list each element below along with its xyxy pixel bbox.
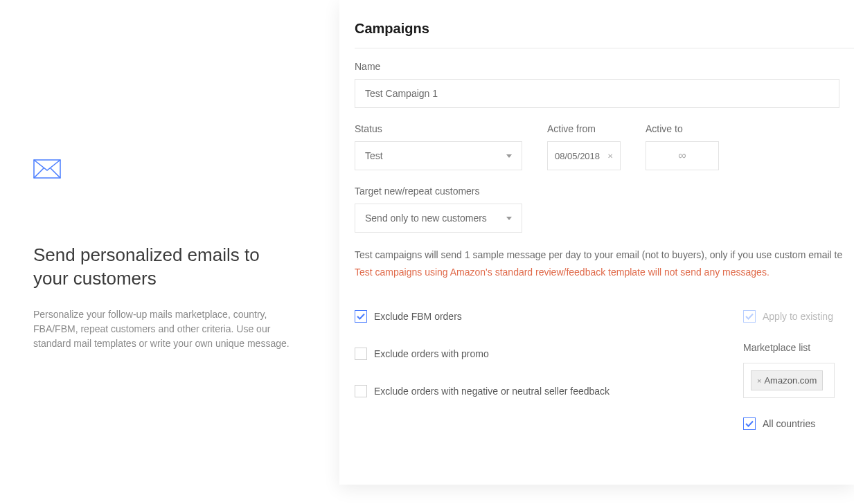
left-title: Send personalized emails to your custome…	[33, 244, 290, 291]
active-to-input[interactable]: ∞	[646, 141, 719, 170]
exclude-fbm-checkbox[interactable]: Exclude FBM orders	[355, 310, 709, 323]
clear-date-icon[interactable]: ✕	[607, 152, 613, 160]
checkbox-label: Exclude orders with negative or neutral …	[374, 386, 610, 397]
status-value: Test	[365, 150, 383, 161]
chevron-down-icon	[506, 154, 512, 158]
divider	[355, 48, 854, 48]
target-select[interactable]: Send only to new customers	[355, 204, 522, 233]
checkbox-icon	[355, 348, 367, 360]
name-input[interactable]	[355, 79, 839, 108]
remove-tag-icon[interactable]: ×	[757, 377, 761, 385]
checkbox-label: Apply to existing	[763, 311, 833, 322]
chevron-down-icon	[506, 217, 512, 220]
target-value: Send only to new customers	[365, 213, 487, 224]
left-panel: Send personalized emails to your custome…	[33, 159, 290, 351]
test-note-warning: Test campaigns using Amazon's standard r…	[355, 265, 854, 280]
status-select[interactable]: Test	[355, 141, 522, 170]
apply-existing-checkbox[interactable]: Apply to existing	[743, 310, 854, 323]
marketplace-label: Marketplace list	[743, 342, 854, 353]
checkbox-icon	[743, 310, 756, 323]
checkbox-label: Exclude orders with promo	[374, 348, 489, 359]
tag-label: Amazon.com	[764, 375, 817, 386]
test-note-line1: Test campaigns will send 1 sample messag…	[355, 248, 854, 262]
checkbox-icon	[355, 385, 367, 397]
card-title: Campaigns	[355, 21, 854, 37]
checkbox-icon	[355, 310, 367, 323]
envelope-icon	[33, 159, 61, 179]
left-description: Personalize your follow-up mails marketp…	[33, 307, 290, 351]
active-to-value: ∞	[678, 150, 686, 162]
campaign-form-card: Campaigns Name Status Test Active from 0…	[339, 0, 854, 485]
target-label: Target new/repeat customers	[355, 186, 854, 197]
checkbox-label: Exclude FBM orders	[374, 311, 462, 322]
checkbox-label: All countries	[763, 418, 815, 429]
exclude-promo-checkbox[interactable]: Exclude orders with promo	[355, 348, 709, 360]
active-to-label: Active to	[646, 123, 719, 134]
active-from-label: Active from	[547, 123, 621, 134]
checkbox-icon	[743, 417, 756, 430]
exclude-negative-checkbox[interactable]: Exclude orders with negative or neutral …	[355, 385, 709, 397]
active-from-value: 08/05/2018	[555, 151, 600, 161]
name-label: Name	[355, 61, 854, 72]
all-countries-checkbox[interactable]: All countries	[743, 417, 854, 430]
status-label: Status	[355, 123, 522, 134]
marketplace-list[interactable]: × Amazon.com	[743, 363, 835, 398]
active-from-input[interactable]: 08/05/2018 ✕	[547, 141, 621, 170]
marketplace-tag: × Amazon.com	[751, 370, 823, 390]
